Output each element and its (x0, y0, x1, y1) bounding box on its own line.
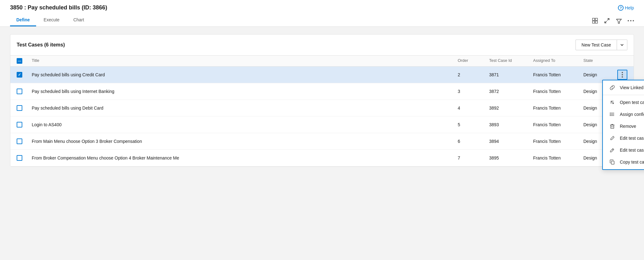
new-test-case-dropdown-button[interactable] (617, 40, 627, 50)
row-checkbox-3[interactable] (17, 105, 22, 111)
row-title-6: From Broker Compensation Menu choose Opt… (32, 155, 458, 160)
pencil-grid-icon (609, 135, 615, 141)
filter-icon[interactable] (616, 18, 622, 24)
open-icon (609, 100, 615, 105)
context-menu-label-open: Open test case (620, 100, 644, 105)
list-icon (609, 111, 615, 117)
row-title-2: Pay scheduled bills using Internet Banki… (32, 89, 458, 94)
context-menu-item-view-linked[interactable]: View Linked Items (603, 82, 644, 94)
svg-rect-3 (595, 21, 598, 23)
select-all-checkbox[interactable] (17, 58, 22, 64)
context-menu-label-view-linked: View Linked Items (620, 85, 644, 90)
context-menu-item-edit[interactable]: Edit test case(s) (603, 144, 644, 156)
help-icon: ? (618, 5, 624, 11)
trash-icon (609, 123, 615, 129)
row-checkbox-1[interactable] (17, 72, 22, 78)
more-options-icon[interactable] (628, 20, 634, 21)
svg-rect-12 (610, 115, 610, 116)
context-menu-separator-1 (603, 95, 644, 95)
col-header-test-case-id: Test Case Id (489, 58, 533, 64)
svg-line-4 (607, 19, 609, 20)
row-assigned-to-5: Francis Totten (533, 139, 583, 144)
help-label: Help (625, 5, 634, 10)
tab-execute[interactable]: Execute (37, 14, 66, 26)
context-menu-item-open[interactable]: Open test case (603, 96, 644, 108)
context-menu-label-edit-grid: Edit test case(s) in grid (620, 136, 644, 141)
table-row: Pay scheduled bills using Debit Card 4 3… (10, 100, 634, 116)
svg-rect-13 (611, 125, 614, 128)
new-test-case-button[interactable]: New Test Case (576, 40, 617, 50)
context-menu-label-edit: Edit test case(s) (620, 148, 644, 153)
context-menu-item-assign-config[interactable]: Assign configuration (603, 108, 644, 120)
row-title-3: Pay scheduled bills using Debit Card (32, 106, 458, 111)
row-checkbox-6[interactable] (17, 155, 22, 161)
row-assigned-to-2: Francis Totten (533, 89, 583, 94)
row-title-5: From Main Menu choose Option 3 Broker Co… (32, 139, 458, 144)
row-test-case-id-6: 3895 (489, 155, 533, 160)
col-header-actions (615, 58, 627, 64)
row-checkbox-2[interactable] (17, 89, 22, 94)
menu-dots-1 (622, 72, 623, 78)
tab-define[interactable]: Define (10, 14, 36, 26)
col-header-order: Order (458, 58, 489, 64)
tab-chart[interactable]: Chart (67, 14, 90, 26)
row-test-case-id-3: 3892 (489, 106, 533, 111)
grid-view-icon[interactable] (592, 18, 598, 24)
svg-rect-10 (610, 113, 610, 113)
row-checkbox-5[interactable] (17, 138, 22, 144)
table-row: Login to AS400 5 3893 Francis Totten Des… (10, 116, 634, 133)
row-order-1: 2 (458, 72, 489, 77)
row-title-1: Pay scheduled bills using Credit Card (32, 72, 458, 77)
panel-header: Test Cases (6 items) New Test Case (10, 35, 634, 56)
svg-line-5 (605, 21, 607, 23)
context-menu-item-remove[interactable]: Remove (603, 120, 644, 132)
row-assigned-to-6: Francis Totten (533, 155, 583, 160)
main-content: Test Cases (6 items) New Test Case Title… (0, 27, 644, 246)
row-test-case-id-5: 3894 (489, 139, 533, 144)
row-order-4: 5 (458, 122, 489, 127)
top-bar: 3850 : Pay scheduled bills (ID: 3866) ? … (0, 0, 644, 27)
row-order-6: 7 (458, 155, 489, 160)
test-cases-panel: Test Cases (6 items) New Test Case Title… (10, 34, 634, 167)
context-menu-item-copy[interactable]: Copy test case(s) (603, 156, 644, 168)
col-header-assigned-to: Assigned To (533, 58, 583, 64)
toolbar-icons (592, 18, 634, 26)
vertical-dots (628, 20, 634, 21)
row-order-2: 3 (458, 89, 489, 94)
row-assigned-to-1: Francis Totten (533, 72, 583, 77)
row-state-1: Design (583, 72, 615, 77)
table-header: Title Order Test Case Id Assigned To Sta… (10, 56, 634, 67)
row-title-4: Login to AS400 (32, 122, 458, 127)
row-order-5: 6 (458, 139, 489, 144)
svg-rect-11 (610, 114, 610, 115)
page-title: 3850 : Pay scheduled bills (ID: 3866) (10, 4, 107, 11)
dot3 (633, 20, 634, 21)
context-menu-label-copy: Copy test case(s) (620, 160, 644, 165)
expand-icon[interactable] (604, 18, 610, 24)
dot2 (630, 20, 631, 21)
svg-line-6 (611, 101, 614, 104)
copy-icon (609, 159, 615, 165)
col-header-state: State (583, 58, 615, 64)
context-menu-label-remove: Remove (620, 124, 636, 129)
row-order-3: 4 (458, 106, 489, 111)
svg-line-17 (612, 149, 613, 150)
row-test-case-id-2: 3872 (489, 89, 533, 94)
row-menu-button-1[interactable] (617, 70, 627, 80)
row-assigned-to-3: Francis Totten (533, 106, 583, 111)
row-assigned-to-4: Francis Totten (533, 122, 583, 127)
row-test-case-id-4: 3893 (489, 122, 533, 127)
context-menu: View Linked Items Open test case (602, 80, 644, 170)
row-checkbox-4[interactable] (17, 122, 22, 127)
tabs: Define Execute Chart (10, 14, 92, 26)
svg-rect-18 (611, 161, 614, 164)
row-test-case-id-1: 3871 (489, 72, 533, 77)
title-row: 3850 : Pay scheduled bills (ID: 3866) ? … (10, 4, 634, 14)
table-row: Pay scheduled bills using Internet Banki… (10, 83, 634, 100)
dot1 (628, 20, 629, 21)
table-row: From Main Menu choose Option 3 Broker Co… (10, 133, 634, 150)
col-header-title: Title (32, 58, 458, 64)
help-link[interactable]: ? Help (618, 5, 634, 11)
context-menu-item-edit-grid[interactable]: Edit test case(s) in grid (603, 132, 644, 144)
tabs-row: Define Execute Chart (10, 14, 634, 26)
